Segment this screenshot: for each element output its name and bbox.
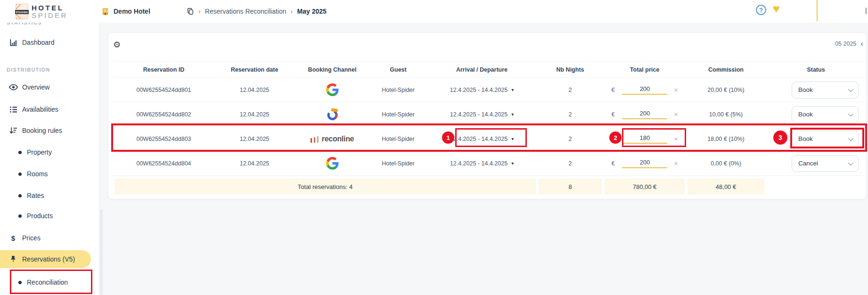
sidebar-item-booking-rules[interactable]: Booking rules bbox=[0, 122, 91, 139]
bullet-icon bbox=[18, 151, 22, 154]
breadcrumb-section[interactable]: Reservations Reconciliation bbox=[205, 8, 287, 15]
channel-t-icon bbox=[295, 108, 370, 121]
sidebar-item-label: Reconciliation bbox=[27, 279, 68, 286]
price-input[interactable] bbox=[622, 110, 667, 119]
reconline-channel-logo: reconline bbox=[295, 135, 370, 143]
sidebar-item-availabilities[interactable]: Availabilities bbox=[0, 100, 91, 118]
sidebar-item-rates[interactable]: Rates bbox=[0, 188, 91, 204]
google-channel-icon bbox=[295, 157, 370, 170]
stay-dates-dropdown[interactable]: 12.4.2025 - 14.4.2025▾ bbox=[426, 160, 537, 167]
bullet-icon bbox=[18, 172, 22, 176]
status-select[interactable]: Book bbox=[792, 82, 859, 98]
clear-icon[interactable]: × bbox=[674, 135, 678, 143]
topbar-actions: ? ♥ bbox=[774, 0, 868, 23]
settings-icon[interactable]: ⚙ bbox=[113, 41, 121, 49]
status-value: Cancel bbox=[798, 160, 818, 167]
annotation-badge-1: 1 bbox=[442, 131, 454, 144]
col-arrival-departure: Arrival / Departure bbox=[426, 66, 537, 73]
stay-dates: 12.4.2025 - 14.4.2025 bbox=[450, 87, 508, 93]
sidebar-scrollbar[interactable] bbox=[100, 209, 103, 295]
period-navigation: 05 2025 ‹ bbox=[835, 40, 863, 48]
sidebar-section-distribution: DISTRIBUTION bbox=[7, 67, 50, 73]
dashboard-icon bbox=[8, 39, 18, 47]
stay-dates-dropdown[interactable]: 12.4.2025 - 14.4.2025▾ bbox=[426, 87, 537, 93]
sidebar-item-property[interactable]: Property bbox=[0, 144, 91, 160]
table-header: Reservation ID Reservation date Booking … bbox=[113, 61, 866, 78]
checklist-icon bbox=[8, 106, 18, 113]
currency-label: € bbox=[611, 87, 614, 93]
clear-icon[interactable]: × bbox=[674, 86, 678, 94]
reservation-id: 00W62554524dd803 bbox=[113, 136, 214, 142]
status-cell: Book bbox=[766, 106, 866, 123]
caret-down-icon: ▾ bbox=[511, 136, 514, 141]
dollar-icon: $ bbox=[8, 234, 18, 242]
chevron-left-icon[interactable]: ‹ bbox=[860, 40, 863, 48]
sidebar-item-reservations[interactable]: Reservations (V5) bbox=[0, 250, 91, 268]
reservation-date: 12.04.2025 bbox=[214, 136, 295, 142]
sidebar-item-dashboard[interactable]: Dashboard bbox=[0, 33, 91, 51]
status-select[interactable]: Cancel bbox=[792, 155, 859, 172]
sidebar-item-prices[interactable]: $ Prices bbox=[0, 229, 91, 247]
total-reservations: Total reservations: 4 bbox=[115, 179, 536, 195]
reconline-wordmark: reconline bbox=[322, 135, 354, 143]
guest: Hotel-Spider bbox=[370, 87, 426, 93]
nb-nights: 2 bbox=[537, 111, 603, 118]
status-select[interactable]: Book bbox=[792, 106, 859, 123]
heart-icon[interactable]: ♥ bbox=[773, 3, 780, 15]
sidebar-item-overview[interactable]: Overview bbox=[0, 78, 91, 96]
reservation-date: 12.04.2025 bbox=[214, 160, 295, 167]
col-total-price: Total price bbox=[603, 66, 686, 73]
col-booking-channel: Booking Channel bbox=[295, 66, 370, 73]
price-input[interactable] bbox=[622, 134, 667, 144]
guest: Hotel-Spider bbox=[370, 136, 426, 142]
sidebar-item-products[interactable]: Products bbox=[0, 208, 91, 224]
sidebar-item-rooms[interactable]: Rooms bbox=[0, 166, 91, 182]
caret-down-icon: ▾ bbox=[511, 87, 514, 92]
col-status: Status bbox=[766, 66, 866, 73]
pin-icon bbox=[8, 255, 18, 263]
copy-icon[interactable] bbox=[187, 8, 194, 15]
sidebar-item-label: Rooms bbox=[27, 170, 48, 178]
breadcrumb: Demo Hotel › Reservations Reconciliation… bbox=[101, 0, 327, 23]
currency-label: € bbox=[611, 160, 614, 167]
reservation-date: 12.04.2025 bbox=[214, 87, 295, 93]
clear-icon[interactable]: × bbox=[674, 160, 678, 167]
sidebar-item-label: Property bbox=[27, 148, 52, 156]
hotel-name[interactable]: Demo Hotel bbox=[114, 8, 150, 15]
clear-icon[interactable]: × bbox=[674, 111, 678, 118]
caret-down-icon: ▾ bbox=[511, 161, 514, 166]
chevron-down-icon bbox=[848, 160, 853, 165]
price-cell: €× bbox=[603, 85, 686, 95]
google-channel-icon bbox=[295, 83, 370, 96]
price-input[interactable] bbox=[622, 85, 667, 95]
topbar-divider bbox=[817, 0, 818, 21]
col-reservation-id: Reservation ID bbox=[113, 66, 214, 73]
stay-dates-dropdown[interactable]: 12.4.2025 - 14.4.2025▾ bbox=[426, 111, 537, 118]
sidebar-item-reconciliation[interactable]: Reconciliation bbox=[0, 274, 91, 290]
total-nights: 8 bbox=[539, 179, 602, 195]
sidebar-item-label: Availabilities bbox=[22, 106, 58, 113]
building-icon bbox=[101, 8, 109, 16]
annotation-badge-2: 2 bbox=[609, 131, 622, 144]
reservation-id: 00W62554524dd804 bbox=[113, 160, 214, 167]
help-icon[interactable]: ? bbox=[756, 5, 766, 15]
totals-status-spacer bbox=[766, 179, 866, 195]
reconline-bar bbox=[317, 136, 319, 143]
guest: Hotel-Spider bbox=[370, 160, 426, 167]
col-guest: Guest bbox=[370, 66, 426, 73]
stay-dates: 12.4.2025 - 14.4.2025 bbox=[450, 136, 508, 142]
price-input[interactable] bbox=[622, 159, 667, 168]
staging-badge: STAGING bbox=[15, 10, 29, 14]
logo-title-top: HOTEL bbox=[32, 4, 68, 12]
guest: Hotel-Spider bbox=[370, 111, 426, 118]
reservation-id: 00W62554524dd802 bbox=[113, 111, 214, 118]
reservation-id: 00W62554524dd801 bbox=[113, 87, 214, 93]
sidebar-item-label: Prices bbox=[22, 234, 41, 242]
reconline-bar bbox=[311, 138, 312, 143]
reconciliation-card: ⚙ 05 2025 ‹ Reservation ID Reservation d… bbox=[108, 33, 866, 199]
status-value: Book bbox=[798, 111, 813, 118]
status-select[interactable]: Book bbox=[792, 131, 859, 148]
table-row: 00W62554524dd802 12.04.2025 Hotel-Spider… bbox=[113, 102, 866, 127]
sidebar-item-label: Dashboard bbox=[22, 39, 55, 46]
hotel-spider-logo[interactable]: STAGING HOTEL SPIDER bbox=[16, 4, 68, 19]
